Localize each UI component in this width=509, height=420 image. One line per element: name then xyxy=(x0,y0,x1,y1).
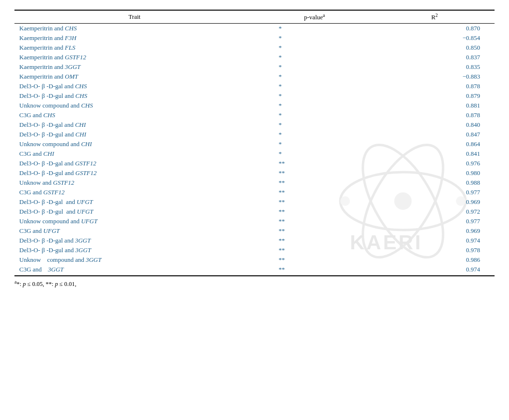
table-row: C3G and CHS*0.878 xyxy=(14,110,495,120)
table-row: Kaemperitrin and CHS*0.870 xyxy=(14,24,495,34)
trait-cell: C3G and GSTF12 xyxy=(14,188,254,197)
trait-cell: C3G and CHI xyxy=(14,149,254,159)
trait-cell: Kaemperitrin and F3H xyxy=(14,33,254,43)
table-row: Kaemperitrin and F3H*−0.854 xyxy=(14,33,495,43)
pvalue-cell: * xyxy=(254,43,375,53)
pvalue-cell: * xyxy=(254,130,375,139)
r2-cell: 0.977 xyxy=(375,217,495,226)
r2-cell: 0.835 xyxy=(375,62,495,72)
r2-cell: 0.988 xyxy=(375,178,495,188)
r2-cell: 0.974 xyxy=(375,236,495,245)
r2-cell: 0.980 xyxy=(375,168,495,178)
table-row: Kaemperitrin and OMT*−0.883 xyxy=(14,72,495,81)
table-row: Del3-O- β -D-gul and GSTF12**0.980 xyxy=(14,168,495,178)
pvalue-cell: * xyxy=(254,120,375,130)
col-header-trait: Trait xyxy=(14,10,254,24)
pvalue-cell: ** xyxy=(254,255,375,265)
r2-cell: 0.847 xyxy=(375,130,495,139)
r2-cell: 0.850 xyxy=(375,43,495,53)
pvalue-cell: * xyxy=(254,101,375,110)
r2-cell: 0.972 xyxy=(375,207,495,217)
table-row: C3G and UFGT**0.969 xyxy=(14,226,495,236)
pvalue-cell: ** xyxy=(254,178,375,188)
trait-cell: Del3-O- β -D-gul and 3GGT xyxy=(14,245,254,255)
pvalue-cell: ** xyxy=(254,226,375,236)
r2-cell: 0.978 xyxy=(375,245,495,255)
r2-cell: 0.840 xyxy=(375,120,495,130)
r2-cell: 0.878 xyxy=(375,110,495,120)
r2-cell: 0.864 xyxy=(375,139,495,149)
r2-cell: 0.977 xyxy=(375,188,495,197)
trait-cell: Del3-O- β -D-gul and GSTF12 xyxy=(14,168,254,178)
pvalue-cell: * xyxy=(254,110,375,120)
trait-cell: Unknow and GSTF12 xyxy=(14,178,254,188)
trait-cell: Kaemperitrin and CHS xyxy=(14,24,254,34)
pvalue-cell: * xyxy=(254,53,375,62)
trait-cell: Kaemperitrin and OMT xyxy=(14,72,254,81)
r2-cell: 0.974 xyxy=(375,265,495,274)
pvalue-cell: * xyxy=(254,139,375,149)
r2-cell: 0.976 xyxy=(375,159,495,168)
table-row: Unknow compound and CHS*0.881 xyxy=(14,101,495,110)
trait-cell: C3G and CHS xyxy=(14,110,254,120)
trait-cell: Del3-O- β -D-gul and UFGT xyxy=(14,207,254,217)
trait-cell: Del3-O- β -D-gal and CHS xyxy=(14,81,254,91)
trait-cell: Unknow compound and CHS xyxy=(14,101,254,110)
r2-cell: 0.841 xyxy=(375,149,495,159)
table-row: Del3-O- β -D-gal and GSTF12**0.976 xyxy=(14,159,495,168)
trait-cell: C3G and 3GGT xyxy=(14,265,254,274)
r2-cell: 0.870 xyxy=(375,24,495,34)
trait-cell: Kaemperitrin and GSTF12 xyxy=(14,53,254,62)
pvalue-cell: * xyxy=(254,81,375,91)
table-row: Kaemperitrin and 3GGT*0.835 xyxy=(14,62,495,72)
r2-cell: −0.854 xyxy=(375,33,495,43)
table-row: C3G and 3GGT**0.974 xyxy=(14,265,495,274)
r2-cell: 0.986 xyxy=(375,255,495,265)
trait-cell: Del3-O- β -D-gal and GSTF12 xyxy=(14,159,254,168)
trait-cell: Unknow compound and 3GGT xyxy=(14,255,254,265)
r2-cell: 0.837 xyxy=(375,53,495,62)
table-row: Kaemperitrin and GSTF12*0.837 xyxy=(14,53,495,62)
pvalue-cell: ** xyxy=(254,236,375,245)
table-row: Unknow and GSTF12**0.988 xyxy=(14,178,495,188)
pvalue-cell: * xyxy=(254,91,375,101)
table-container: KAERI Trait p-valuea R2 Kaemperitrin and… xyxy=(14,10,495,288)
pvalue-cell: ** xyxy=(254,217,375,226)
pvalue-cell: * xyxy=(254,33,375,43)
pvalue-cell: ** xyxy=(254,159,375,168)
trait-cell: Del3-O- β -D-gal and UFGT xyxy=(14,197,254,207)
r2-cell: 0.969 xyxy=(375,197,495,207)
table-row: Del3-O- β -D-gul and CHS*0.879 xyxy=(14,91,495,101)
trait-cell: Del3-O- β -D-gal and CHI xyxy=(14,120,254,130)
data-table: Trait p-valuea R2 Kaemperitrin and CHS*0… xyxy=(14,10,495,274)
r2-cell: 0.879 xyxy=(375,91,495,101)
trait-cell: C3G and UFGT xyxy=(14,226,254,236)
pvalue-cell: ** xyxy=(254,207,375,217)
table-row: Del3-O- β -D-gul and 3GGT**0.978 xyxy=(14,245,495,255)
pvalue-cell: * xyxy=(254,72,375,81)
trait-cell: Del3-O- β -D-gal and 3GGT xyxy=(14,236,254,245)
r2-cell: 0.969 xyxy=(375,226,495,236)
r2-cell: −0.883 xyxy=(375,72,495,81)
col-header-r2: R2 xyxy=(375,10,495,24)
r2-cell: 0.878 xyxy=(375,81,495,91)
footnote: a*: p ≤ 0.05, **: p ≤ 0.01, xyxy=(14,279,495,288)
trait-cell: Kaemperitrin and 3GGT xyxy=(14,62,254,72)
pvalue-cell: ** xyxy=(254,265,375,274)
trait-cell: Unknow compound and CHI xyxy=(14,139,254,149)
table-row: Del3-O- β -D-gal and CHI*0.840 xyxy=(14,120,495,130)
table-row: Del3-O- β -D-gul and CHI*0.847 xyxy=(14,130,495,139)
table-row: Unknow compound and CHI*0.864 xyxy=(14,139,495,149)
table-row: Del3-O- β -D-gul and UFGT**0.972 xyxy=(14,207,495,217)
pvalue-cell: ** xyxy=(254,245,375,255)
table-row: C3G and CHI*0.841 xyxy=(14,149,495,159)
table-row: C3G and GSTF12**0.977 xyxy=(14,188,495,197)
col-header-pvalue: p-valuea xyxy=(254,10,375,24)
bottom-rule xyxy=(14,275,495,276)
table-row: Kaemperitrin and FLS*0.850 xyxy=(14,43,495,53)
pvalue-cell: * xyxy=(254,62,375,72)
trait-cell: Unknow compound and UFGT xyxy=(14,217,254,226)
trait-cell: Del3-O- β -D-gul and CHI xyxy=(14,130,254,139)
table-row: Unknow compound and 3GGT**0.986 xyxy=(14,255,495,265)
table-row: Unknow compound and UFGT**0.977 xyxy=(14,217,495,226)
